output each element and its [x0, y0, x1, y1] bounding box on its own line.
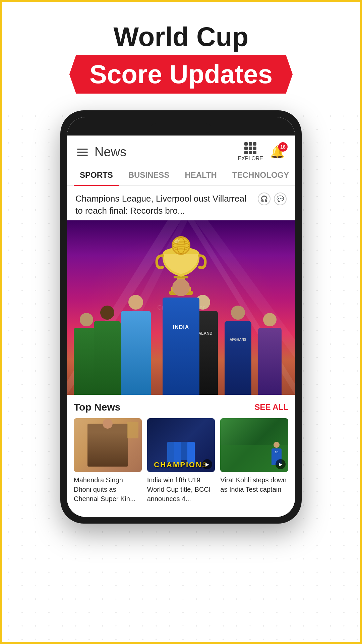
champions-overlay-text: CHAMPIONS — [154, 461, 208, 469]
tab-sports[interactable]: SPORTS — [74, 165, 119, 185]
player-7 — [258, 313, 282, 395]
news-thumb-1 — [74, 418, 142, 472]
grid-icon — [244, 142, 256, 154]
header-subtitle: Score Updates — [69, 55, 293, 94]
news-card-3[interactable]: 18 ▶ Virat Kohli steps down as India Tes… — [220, 418, 288, 503]
news-card-1[interactable]: Mahendra Singh Dhoni quits as Chennai Su… — [74, 418, 142, 503]
page-title: World Cup — [2, 22, 360, 52]
explore-label: EXPLORE — [238, 156, 263, 162]
news-card-2[interactable]: CHAMPIONS ▶ India win fifth U19 World Cu… — [147, 418, 215, 503]
tab-bar: SPORTS BUSINESS HEALTH TECHNOLOGY + — [67, 165, 295, 186]
news-card-text-2: India win fifth U19 World Cup title, BCC… — [147, 475, 215, 503]
tab-technology[interactable]: TECHNOLOGY — [226, 165, 295, 185]
tab-health[interactable]: HEALTH — [179, 165, 223, 185]
explore-button[interactable]: EXPLORE — [238, 142, 263, 162]
player-afg: AFGHANS — [225, 306, 251, 395]
phone-mockup: News EXPLORE 🔔 18 — [60, 110, 302, 524]
phone-notch — [67, 117, 295, 136]
news-thumb-2: CHAMPIONS ▶ — [147, 418, 215, 472]
share-whatsapp-icon[interactable]: 💬 — [274, 193, 287, 205]
notch-bar — [151, 123, 211, 133]
notification-badge: 18 — [278, 142, 288, 152]
see-all-link[interactable]: SEE ALL — [255, 402, 288, 412]
player-india-center: INDIA — [163, 279, 199, 395]
play-button-2[interactable]: ▶ — [202, 459, 212, 469]
top-news-title: Top News — [74, 401, 120, 413]
player-2 — [94, 306, 121, 395]
headphone-icon[interactable]: 🎧 — [258, 193, 270, 205]
top-news-section: Top News SEE ALL — [67, 395, 295, 503]
wc-banner: INDIA ZEALAND AFGHANS — [67, 220, 295, 395]
hamburger-menu[interactable] — [77, 149, 88, 156]
news-card-text-3: Virat Kohli steps down as India Test cap… — [220, 475, 288, 494]
header-section: World Cup Score Updates — [2, 2, 360, 104]
news-headline: Champions League, Liverpool oust Villarr… — [67, 186, 295, 220]
headline-text: Champions League, Liverpool oust Villarr… — [75, 193, 254, 217]
news-thumb-3: 18 ▶ — [220, 418, 288, 472]
app-title: News — [95, 145, 126, 159]
player-england — [121, 295, 151, 395]
app-navbar: News EXPLORE 🔔 18 — [67, 136, 295, 165]
tab-business[interactable]: BUSINESS — [122, 165, 176, 185]
news-cards-row: Mahendra Singh Dhoni quits as Chennai Su… — [74, 418, 288, 503]
news-card-text-1: Mahendra Singh Dhoni quits as Chennai Su… — [74, 475, 142, 503]
phone-bottom — [67, 503, 295, 517]
play-button-3[interactable]: ▶ — [276, 459, 286, 469]
notification-bell[interactable]: 🔔 18 — [270, 145, 285, 159]
